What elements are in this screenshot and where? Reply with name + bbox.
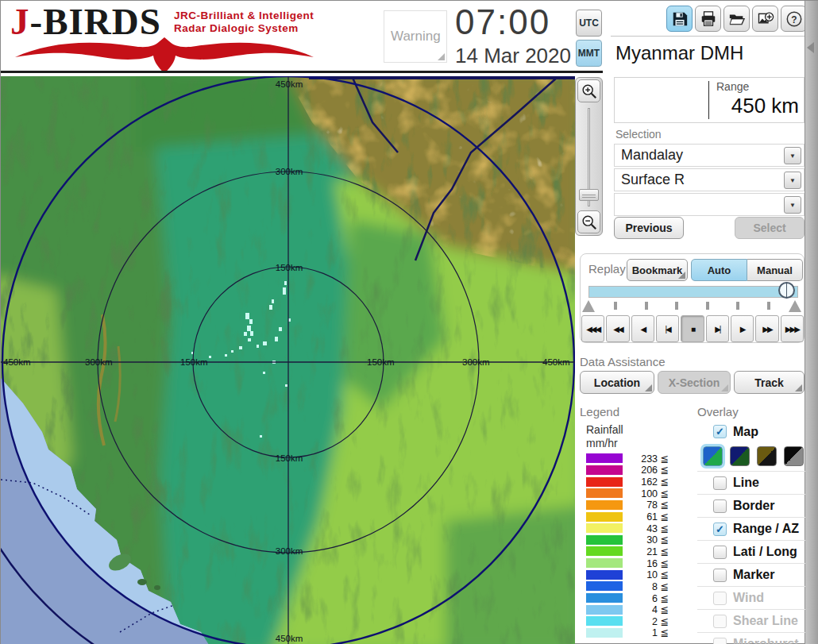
header-divider <box>1 71 603 73</box>
help-button[interactable]: ? <box>781 6 807 32</box>
unchecked-checkbox[interactable] <box>713 476 727 490</box>
legend-entry: 4 ≦ <box>586 604 669 615</box>
save-button[interactable] <box>666 6 693 32</box>
data-assistance-label: Data Assistance <box>580 355 666 368</box>
panel-collapse-icon[interactable] <box>807 42 814 53</box>
track-button[interactable]: Track <box>734 371 804 394</box>
legend-entry: 30 ≦ <box>586 534 669 546</box>
map-style-1[interactable] <box>703 446 723 466</box>
overlay-item-label: Map <box>733 425 758 439</box>
extra-dropdown[interactable]: ▼ <box>614 193 804 216</box>
map-style-4[interactable] <box>784 446 804 466</box>
overlay-item-microburst[interactable]: Microburst <box>697 632 805 644</box>
x-section-button[interactable]: X-Section <box>658 371 731 394</box>
print-button[interactable] <box>695 6 721 32</box>
jump-forward-button[interactable]: ▶▶▶ <box>781 315 804 342</box>
utc-button[interactable]: UTC <box>576 10 602 37</box>
unchecked-checkbox[interactable] <box>713 615 727 628</box>
legend-swatch <box>586 593 623 603</box>
legend-value: 30 ≦ <box>631 534 669 546</box>
unchecked-checkbox[interactable] <box>713 546 727 559</box>
slider-tick <box>736 302 739 310</box>
eagle-icon <box>9 37 320 73</box>
chevron-down-icon[interactable]: ▼ <box>784 172 801 189</box>
step-forward-button[interactable]: ▶| <box>706 315 729 342</box>
capture-image-button[interactable] <box>752 6 778 32</box>
svg-text:150km: 150km <box>276 453 303 463</box>
overlay-item-border[interactable]: Border <box>697 494 805 517</box>
warning-button[interactable]: Warning <box>384 10 447 63</box>
zoom-out-button[interactable] <box>577 210 600 233</box>
site-dropdown[interactable]: Mandalay ▼ <box>614 144 804 167</box>
overlay-item-label: Range / AZ <box>733 522 799 536</box>
legend-swatch <box>586 558 623 568</box>
save-icon <box>671 10 689 28</box>
legend-entry: 61 ≦ <box>586 511 669 523</box>
map-style-2[interactable] <box>730 446 750 466</box>
checked-checkbox[interactable]: ✓ <box>713 523 727 536</box>
checked-checkbox[interactable]: ✓ <box>713 425 727 438</box>
overlay-item-line[interactable]: Line <box>697 471 805 494</box>
product-dropdown[interactable]: Surface R ▼ <box>614 168 804 191</box>
play-forward-button[interactable]: ▶ <box>731 315 754 342</box>
slider-start-marker[interactable] <box>582 300 595 312</box>
selection-label: Selection <box>615 128 662 141</box>
svg-text:150km: 150km <box>180 357 208 367</box>
logo-subtitle-line2: Radar Dialogic System <box>174 22 314 35</box>
svg-text:450km: 450km <box>3 357 31 367</box>
svg-text:300km: 300km <box>276 546 303 556</box>
zoom-in-button[interactable] <box>577 79 600 102</box>
slider-end-marker[interactable] <box>789 300 801 312</box>
time-slider[interactable] <box>588 286 798 298</box>
legend-value: 4 ≦ <box>631 604 669 615</box>
legend-swatch <box>586 523 623 533</box>
zoom-slider-handle[interactable] <box>579 189 599 201</box>
overlay-item-range-az[interactable]: ✓Range / AZ <box>697 517 805 540</box>
bookmark-label: Bookmark <box>632 264 683 276</box>
overlay-item-wind[interactable]: Wind <box>697 586 805 609</box>
legend-entry: 162 ≦ <box>586 476 669 488</box>
logo-subtitle-line1: JRC-Brilliant & Intelligent <box>174 10 314 22</box>
radar-map[interactable]: 450km 300km 150km 150km 300km 450km 450k… <box>1 76 575 644</box>
legend-entry: 16 ≦ <box>586 557 669 569</box>
menu-corner-icon <box>678 272 685 279</box>
fast-backward-button[interactable]: ◀◀ <box>606 315 629 342</box>
overlay-item-lati-long[interactable]: Lati / Long <box>697 540 805 563</box>
menu-corner-icon <box>438 53 445 60</box>
jump-backward-button[interactable]: ◀◀◀ <box>581 315 604 342</box>
legend-entry: 78 ≦ <box>586 499 669 511</box>
warning-label: Warning <box>391 29 441 44</box>
mmt-button[interactable]: MMT <box>576 40 602 67</box>
auto-button[interactable]: Auto <box>691 259 747 281</box>
map-style-3[interactable] <box>757 446 777 466</box>
unchecked-checkbox[interactable] <box>713 569 727 582</box>
unchecked-checkbox[interactable] <box>713 592 727 605</box>
bookmark-button[interactable]: Bookmark <box>627 259 688 281</box>
fast-forward-button[interactable]: ▶▶ <box>755 315 778 342</box>
legend-entry: 43 ≦ <box>586 523 669 534</box>
location-button[interactable]: Location <box>580 371 654 394</box>
chevron-down-icon[interactable]: ▼ <box>784 196 801 214</box>
select-button[interactable]: Select <box>735 217 804 239</box>
overlay-item-shear-line[interactable]: Shear Line <box>697 609 805 632</box>
legend-entry: 206 ≦ <box>586 465 669 476</box>
open-file-button[interactable] <box>723 6 750 32</box>
overlay-item-map[interactable]: ✓Map <box>697 420 805 443</box>
time-slider-handle[interactable] <box>778 282 795 299</box>
location-label: Location <box>594 376 640 389</box>
play-backward-button[interactable]: ◀ <box>631 315 654 342</box>
menu-corner-icon <box>795 384 802 391</box>
unchecked-checkbox[interactable] <box>713 499 727 513</box>
legend-swatch <box>586 500 623 510</box>
legend-swatch <box>586 546 623 556</box>
legend-entry: 233 ≦ <box>586 453 669 465</box>
previous-button[interactable]: Previous <box>614 217 684 239</box>
chevron-down-icon[interactable]: ▼ <box>784 147 801 164</box>
manual-button[interactable]: Manual <box>747 259 803 281</box>
menu-corner-icon <box>645 384 652 391</box>
step-backward-button[interactable]: |◀ <box>656 315 679 342</box>
stop-button[interactable]: ■ <box>681 315 704 342</box>
print-icon <box>700 10 717 28</box>
overlay-item-marker[interactable]: Marker <box>697 563 805 586</box>
unchecked-checkbox[interactable] <box>713 638 727 644</box>
